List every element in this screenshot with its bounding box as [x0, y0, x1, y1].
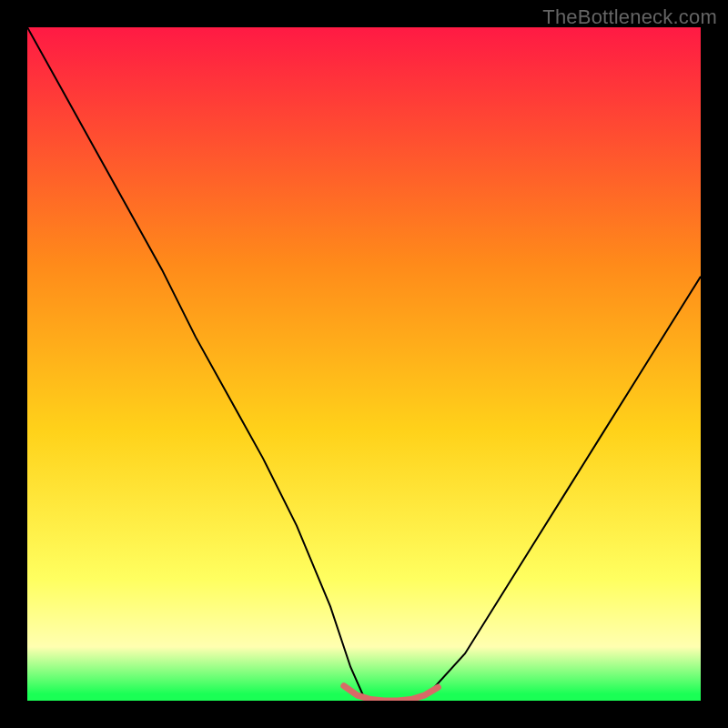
chart-background [27, 27, 701, 701]
bottleneck-chart [27, 27, 701, 701]
watermark-label: TheBottleneck.com [542, 5, 717, 29]
chart-plot-area [27, 27, 701, 701]
